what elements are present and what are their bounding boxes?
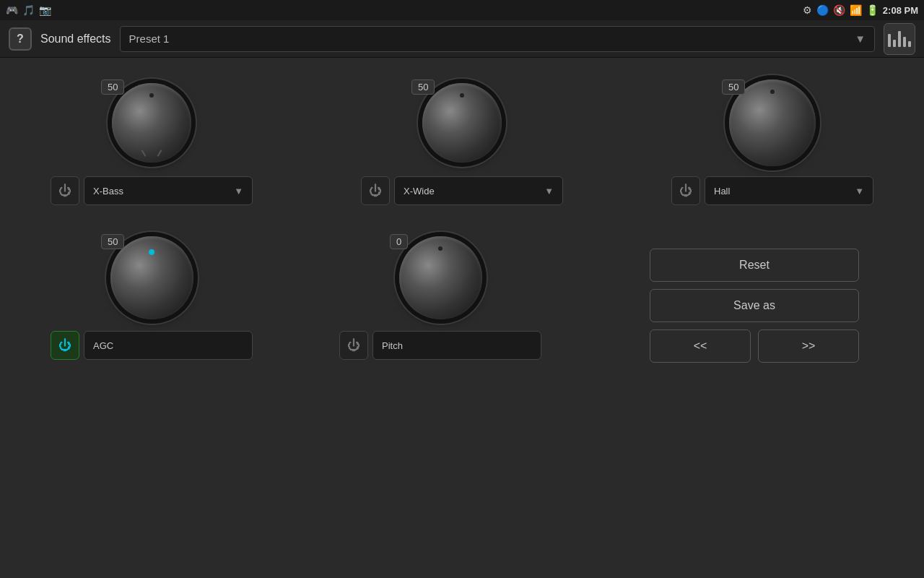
xbass-select[interactable]: X-Bass ▼: [84, 176, 253, 205]
reset-button[interactable]: Reset: [650, 249, 859, 282]
status-icons-right: ⚙ 🔵 🔇 📶 🔋 2:08 PM: [803, 4, 918, 16]
hall-label: Hall: [714, 186, 730, 197]
agc-power-button[interactable]: ⏻: [51, 331, 79, 360]
status-bar: 🎮 🎵 📷 ⚙ 🔵 🔇 📶 🔋 2:08 PM: [0, 0, 924, 20]
agc-label: AGC: [93, 340, 113, 351]
screenshot-icon: 📷: [39, 4, 51, 16]
pitch-control: ⏻ Pitch: [339, 331, 541, 360]
next-button[interactable]: >>: [758, 329, 859, 363]
power-icon: ⏻: [58, 184, 71, 199]
battery-icon: 🔋: [866, 4, 879, 16]
xbass-knob[interactable]: [112, 83, 191, 163]
xwide-select[interactable]: X-Wide ▼: [394, 176, 563, 205]
xwide-value: 50: [411, 79, 435, 95]
agc-value: 50: [101, 234, 124, 249]
xwide-knob[interactable]: [422, 83, 502, 163]
power-icon: ⏻: [679, 184, 692, 199]
right-panel: Reset Save as << >>: [650, 234, 859, 363]
bottom-row: 50 ⏻ AGC 0: [43, 234, 881, 363]
xbass-value: 50: [101, 79, 124, 95]
xwide-label: X-Wide: [404, 186, 435, 197]
save-as-button[interactable]: Save as: [650, 289, 859, 322]
agc-control: ⏻ AGC: [51, 331, 253, 360]
top-bar: ? Sound effects Preset 1 ▼: [0, 20, 924, 58]
agc-select[interactable]: AGC: [84, 331, 253, 360]
bluetooth-icon: 🔵: [816, 4, 829, 16]
power-icon: ⏻: [369, 184, 382, 199]
pitch-knob-container: 0: [383, 234, 498, 321]
effect-unit-agc: 50 ⏻ AGC: [43, 234, 260, 360]
game-icon: 🎮: [6, 4, 18, 16]
app-title: Sound effects: [40, 33, 111, 46]
effect-unit-pitch: 0 ⏻ Pitch: [332, 234, 549, 360]
xwide-chevron: ▼: [544, 186, 554, 197]
hall-chevron: ▼: [855, 186, 864, 197]
xwide-control: ⏻ X-Wide ▼: [361, 176, 563, 205]
help-button[interactable]: ?: [9, 27, 32, 51]
hall-knob-container: 50: [715, 79, 830, 166]
effect-unit-hall: 50 ⏻ Hall ▼: [664, 79, 881, 205]
music-icon: 🎵: [22, 4, 35, 16]
xbass-knob-container: 50: [94, 79, 209, 166]
chevron-down-icon: ▼: [855, 33, 866, 45]
agc-knob-container: 50: [94, 234, 209, 321]
equalizer-button[interactable]: [884, 23, 915, 55]
prev-button[interactable]: <<: [650, 329, 751, 363]
pitch-power-button[interactable]: ⏻: [339, 331, 368, 360]
effect-unit-xwide: 50 ⏻ X-Wide ▼: [354, 79, 570, 205]
hall-control: ⏻ Hall ▼: [671, 176, 873, 205]
settings-icon: ⚙: [803, 4, 812, 16]
preset-label: Preset 1: [129, 33, 170, 45]
preset-dropdown[interactable]: Preset 1 ▼: [120, 26, 875, 52]
hall-value: 50: [722, 79, 745, 95]
xbass-power-button[interactable]: ⏻: [51, 176, 79, 205]
main-content: 50 ⏻ X-Bass ▼: [0, 58, 924, 384]
xbass-control: ⏻ X-Bass ▼: [51, 176, 253, 205]
time-display: 2:08 PM: [883, 5, 918, 16]
wifi-icon: 📶: [850, 4, 862, 16]
effects-row-1: 50 ⏻ X-Bass ▼: [43, 79, 881, 205]
pitch-label: Pitch: [382, 340, 403, 351]
pitch-knob[interactable]: [399, 236, 482, 319]
status-icons-left: 🎮 🎵 📷: [6, 4, 51, 16]
xwide-knob-container: 50: [404, 79, 520, 166]
power-icon: ⏻: [347, 338, 360, 353]
power-icon: ⏻: [58, 338, 71, 353]
equalizer-icon: [888, 31, 911, 47]
xbass-label: X-Bass: [93, 186, 123, 197]
pitch-value: 0: [390, 234, 408, 249]
mute-icon: 🔇: [833, 4, 845, 16]
hall-select[interactable]: Hall ▼: [705, 176, 873, 205]
nav-buttons-container: << >>: [650, 329, 859, 363]
pitch-select[interactable]: Pitch: [372, 331, 541, 360]
effect-unit-xbass: 50 ⏻ X-Bass ▼: [43, 79, 260, 205]
xbass-chevron: ▼: [234, 186, 243, 197]
xwide-power-button[interactable]: ⏻: [361, 176, 390, 205]
hall-power-button[interactable]: ⏻: [671, 176, 700, 205]
